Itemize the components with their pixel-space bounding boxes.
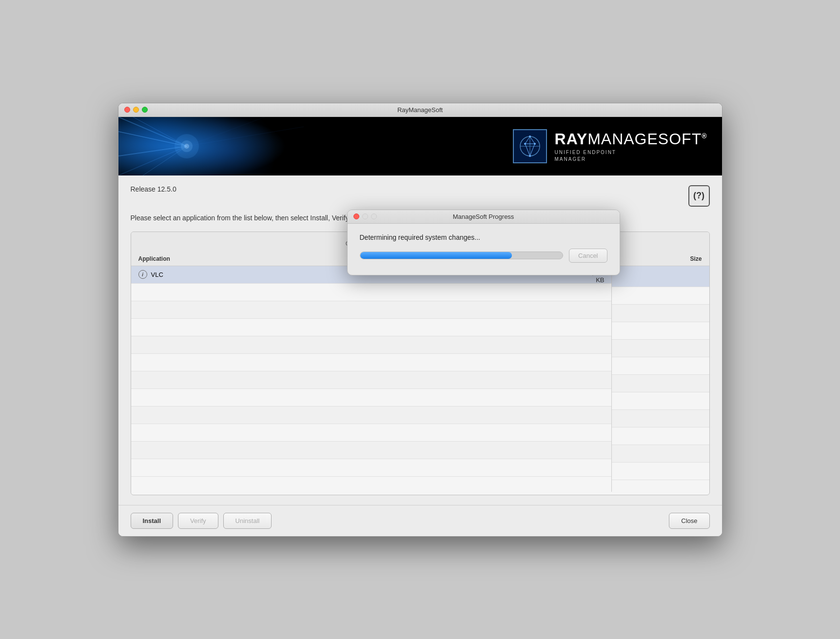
empty-row [131, 424, 611, 442]
table-wrapper: Application i VLC [131, 251, 709, 492]
main-column: Application i VLC [131, 251, 611, 492]
install-button[interactable]: Install [131, 513, 174, 529]
left-buttons: Install Verify Uninstall [131, 513, 272, 529]
app-name: VLC [151, 271, 163, 278]
size-column: Size 53,087 KB [612, 251, 709, 492]
close-button-traffic[interactable] [124, 107, 130, 113]
header-background [118, 117, 304, 175]
svg-line-18 [525, 144, 530, 156]
empty-row [612, 340, 709, 357]
header-banner: RAYMANAGESOFT® UNIFIED ENDPOINT MANAGER [118, 117, 722, 175]
empty-row [612, 287, 709, 305]
svg-line-4 [118, 146, 187, 156]
empty-row [612, 410, 709, 427]
help-button[interactable]: (?) [688, 185, 710, 207]
dialog-close-button[interactable] [353, 213, 359, 219]
svg-line-6 [143, 146, 187, 175]
col-header-size: Size [612, 251, 709, 266]
empty-row [131, 354, 611, 371]
main-window: RayManageSoft [118, 103, 723, 537]
streaks-svg [118, 117, 304, 175]
progress-bar-container [360, 252, 564, 259]
empty-rows [131, 284, 611, 488]
empty-row [612, 375, 709, 392]
svg-rect-0 [118, 117, 304, 175]
dialog-title-bar: ManageSoft Progress [348, 210, 620, 224]
logo-subtitle-2: MANAGER [555, 156, 707, 162]
empty-row [612, 305, 709, 322]
brand-suffix: MANAGESOFT [587, 130, 702, 148]
empty-row [612, 445, 709, 463]
svg-line-5 [118, 146, 187, 175]
cancel-button[interactable]: Cancel [569, 249, 607, 263]
svg-line-19 [530, 144, 535, 156]
bottom-bar: Install Verify Uninstall Close [118, 505, 722, 536]
progress-bar-fill [360, 252, 512, 259]
progress-dialog: ManageSoft Progress Determining required… [347, 210, 620, 275]
svg-line-7 [187, 127, 304, 146]
svg-point-11 [184, 144, 189, 149]
title-bar: RayManageSoft [118, 103, 722, 117]
empty-row [131, 301, 611, 319]
logo-text: RAYMANAGESOFT® UNIFIED ENDPOINT MANAGER [555, 130, 707, 162]
size-row: 53,087 KB [612, 266, 709, 287]
logo-svg [518, 134, 542, 158]
progress-row: Cancel [360, 249, 607, 263]
brand-ray: RAY [555, 130, 588, 148]
svg-point-22 [524, 143, 526, 145]
dialog-minimize-button[interactable] [362, 213, 368, 219]
svg-line-8 [187, 117, 265, 146]
trademark: ® [702, 133, 707, 140]
svg-point-20 [529, 136, 531, 137]
window-body: RAYMANAGESOFT® UNIFIED ENDPOINT MANAGER … [118, 117, 722, 536]
top-bar: Release 12.5.0 (?) [131, 185, 710, 207]
release-label: Release 12.5.0 [131, 185, 176, 193]
svg-line-1 [118, 117, 187, 146]
svg-point-23 [534, 143, 536, 145]
dialog-maximize-button[interactable] [371, 213, 377, 219]
table-area: Application i VLC [131, 251, 709, 495]
empty-row [612, 392, 709, 410]
svg-line-3 [133, 117, 187, 146]
empty-row [131, 319, 611, 336]
empty-row [612, 322, 709, 340]
size-empty-rows [612, 287, 709, 492]
empty-row [612, 463, 709, 480]
svg-point-9 [175, 134, 199, 158]
light-streaks [118, 117, 304, 175]
info-icon[interactable]: i [138, 270, 147, 279]
dialog-title-text: ManageSoft Progress [453, 213, 514, 220]
empty-row [612, 427, 709, 445]
close-button[interactable]: Close [669, 513, 709, 529]
header-logo: RAYMANAGESOFT® UNIFIED ENDPOINT MANAGER [513, 129, 707, 163]
svg-line-2 [118, 132, 187, 146]
maximize-button-traffic[interactable] [142, 107, 148, 113]
minimize-button-traffic[interactable] [133, 107, 139, 113]
dialog-body: Determining required system changes... C… [348, 224, 620, 275]
logo-icon [513, 129, 547, 163]
empty-row [131, 407, 611, 424]
window-title: RayManageSoft [397, 106, 443, 114]
uninstall-button[interactable]: Uninstall [223, 513, 272, 529]
traffic-lights [124, 107, 148, 113]
verify-button[interactable]: Verify [178, 513, 218, 529]
svg-point-10 [181, 140, 193, 152]
empty-row [131, 371, 611, 389]
logo-brand: RAYMANAGESOFT® [555, 130, 707, 148]
logo-subtitle-1: UNIFIED ENDPOINT [555, 150, 707, 155]
empty-row [131, 459, 611, 477]
dialog-traffic-lights [353, 213, 377, 219]
empty-row [131, 442, 611, 459]
dialog-status-text: Determining required system changes... [360, 233, 607, 241]
empty-row [612, 357, 709, 375]
svg-point-21 [529, 155, 531, 157]
empty-row [131, 336, 611, 354]
empty-row [131, 389, 611, 407]
empty-row [131, 284, 611, 301]
